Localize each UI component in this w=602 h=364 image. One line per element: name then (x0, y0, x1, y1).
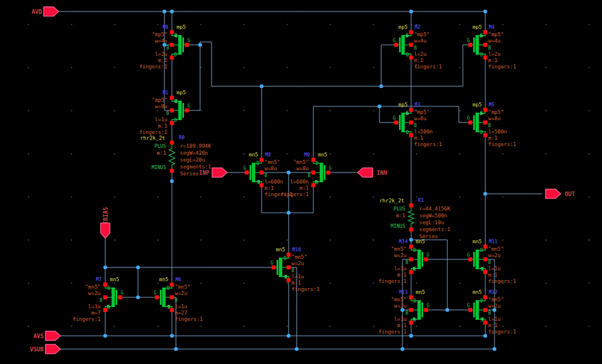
pin[interactable] (409, 245, 413, 249)
port-IBIAS[interactable]: IBIAS (101, 207, 110, 238)
port-AVD[interactable]: AVD (32, 7, 59, 16)
port-OUT[interactable]: OUT (546, 189, 575, 198)
pin[interactable] (469, 43, 473, 47)
pin[interactable] (409, 121, 413, 125)
pin[interactable] (484, 43, 488, 47)
transistor-M10[interactable]: DSBGM10mn5"mn5"w=2ul=1um:1fingers:1 (270, 247, 320, 292)
pin[interactable] (287, 278, 291, 282)
transistor-M8[interactable]: DSBGM8mn5"mn5"w=8ul=600nm:1fingers:1 (243, 152, 293, 197)
wire[interactable] (313, 106, 470, 160)
pin[interactable] (409, 108, 413, 112)
wire[interactable] (200, 42, 470, 110)
pin[interactable] (424, 258, 428, 262)
pin[interactable] (245, 171, 249, 175)
pin[interactable] (484, 56, 488, 60)
pin[interactable] (272, 266, 276, 270)
pin[interactable] (185, 109, 189, 113)
pin[interactable] (170, 141, 174, 145)
transistor-M4[interactable]: SDBGM4mp5"mp5"w=4ul=2um:1fingers:1 (467, 24, 516, 70)
pin[interactable] (409, 228, 413, 232)
transistor-M14[interactable]: DSBGM14mn5"mn5"w=2ul=1um:1fingers:1 (378, 239, 430, 284)
pin[interactable] (170, 308, 174, 312)
resistor-R1[interactable]: rhr2k_2tR1PLUSm:1MINUSr=44.4156KsegW=500… (379, 197, 451, 239)
pin[interactable] (394, 43, 398, 47)
pin[interactable] (484, 308, 488, 312)
pin[interactable] (394, 121, 398, 125)
pin[interactable] (409, 133, 413, 137)
transistor-M6[interactable]: DSBGM6mn5"mn5"w=2ul=1um=27fingers:1 (154, 277, 203, 322)
pin[interactable] (409, 321, 413, 325)
pin[interactable] (469, 258, 473, 262)
pin[interactable] (484, 121, 488, 125)
transistor-M5[interactable]: SDBGM5mp5"mp5"w=8ul=500nm:1fingers:1 (467, 102, 516, 147)
pin[interactable] (287, 253, 291, 257)
pin[interactable] (170, 121, 174, 125)
pin[interactable] (170, 56, 174, 60)
port-arrow-icon[interactable] (101, 223, 110, 238)
transistor-M3[interactable]: SDBGM3mp5"mp5"w=8ul=500nm:1fingers:1 (393, 102, 442, 147)
label: R1 (418, 197, 424, 203)
port-arrow-icon[interactable] (212, 168, 227, 177)
pin[interactable] (409, 43, 413, 47)
pin[interactable] (260, 183, 264, 187)
pin[interactable] (409, 258, 413, 262)
pin[interactable] (170, 96, 174, 100)
port-arrow-icon[interactable] (546, 189, 561, 198)
pin[interactable] (103, 283, 108, 287)
pin[interactable] (103, 308, 108, 312)
transistor-M1[interactable]: SDBGM1mp5"mp5"w=8ul=1um:1fingers:1 (139, 90, 190, 135)
transistor-M11[interactable]: DSBGM11mn5"mn5"w=2ul=1um:1fingers:1 (467, 239, 516, 284)
pin[interactable] (185, 43, 189, 47)
transistor-M7[interactable]: DSBGM7mn5"mn5"w=2ul=1um=7fingers:1 (72, 277, 124, 322)
label: S (480, 33, 483, 39)
port-arrow-icon[interactable] (45, 344, 60, 354)
pin[interactable] (312, 183, 316, 187)
pin[interactable] (170, 109, 174, 113)
label: mp5 (398, 24, 408, 30)
pin[interactable] (484, 296, 488, 300)
pin[interactable] (424, 308, 428, 312)
pin[interactable] (409, 56, 413, 60)
pin[interactable] (484, 108, 488, 112)
pin[interactable] (484, 245, 488, 249)
pin[interactable] (170, 43, 174, 47)
pin[interactable] (170, 283, 174, 287)
pin[interactable] (484, 321, 488, 325)
virtuoso-schematic-canvas[interactable]: SDBGM0mp5"mp5"w=4ul=2um:1fingers:1SDBGM1… (0, 0, 602, 364)
pin[interactable] (484, 133, 488, 137)
pin[interactable] (409, 308, 413, 312)
port-arrow-icon[interactable] (358, 168, 373, 177)
pin[interactable] (409, 204, 413, 208)
pin[interactable] (170, 30, 174, 35)
pin[interactable] (170, 169, 174, 173)
pin[interactable] (409, 30, 413, 35)
pin[interactable] (287, 266, 291, 270)
pin[interactable] (260, 158, 264, 162)
pin[interactable] (118, 296, 122, 300)
pin[interactable] (469, 121, 473, 125)
wire[interactable] (381, 45, 396, 86)
pin[interactable] (103, 296, 108, 300)
pin[interactable] (170, 296, 174, 300)
port-arrow-icon[interactable] (44, 7, 59, 16)
pin[interactable] (484, 30, 488, 35)
pin[interactable] (260, 171, 264, 175)
pin[interactable] (312, 171, 316, 175)
transistor-M13[interactable]: DSBGM13mn5"mn5"w=2ul=1um:1fingers:1 (378, 289, 430, 335)
port-VSUB[interactable]: VSUB (30, 344, 60, 354)
transistor-M0[interactable]: SDBGM0mp5"mp5"w=4ul=2um:1fingers:1 (139, 24, 190, 70)
pin[interactable] (409, 270, 413, 274)
pin[interactable] (409, 296, 413, 300)
pin[interactable] (155, 296, 159, 300)
port-AVS[interactable]: AVS (33, 331, 60, 340)
transistor-M2[interactable]: SDBGM2mp5"mp5"w=4ul=2um:1fingers:1 (393, 24, 442, 70)
transistor-M12[interactable]: DSBGM12mn5"mn5"w=2ul=1um:1fingers:1 (467, 289, 516, 335)
port-INP[interactable]: INP (199, 168, 227, 177)
port-arrow-icon[interactable] (45, 331, 60, 340)
port-INN[interactable]: INN (358, 168, 387, 177)
pin[interactable] (484, 258, 488, 262)
pin[interactable] (484, 270, 488, 274)
pin[interactable] (469, 308, 473, 312)
pin[interactable] (327, 171, 331, 175)
pin[interactable] (312, 158, 316, 162)
